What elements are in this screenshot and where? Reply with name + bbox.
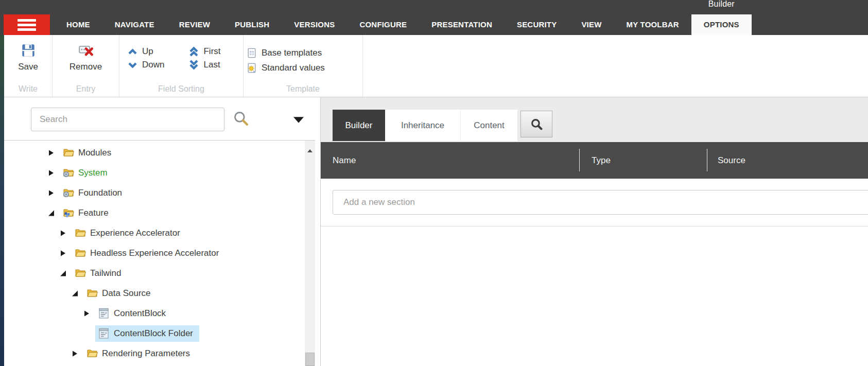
feature-folder-icon bbox=[62, 207, 75, 219]
system-folder-icon bbox=[62, 187, 75, 199]
context-title: Builder bbox=[686, 0, 757, 14]
move-down-button[interactable]: Down bbox=[128, 60, 164, 70]
chevron-up-icon bbox=[128, 48, 137, 56]
scrollbar-thumb[interactable] bbox=[305, 353, 315, 366]
search-input[interactable] bbox=[31, 108, 224, 131]
expand-arrow-icon[interactable] bbox=[60, 230, 72, 236]
double-chevron-down-icon bbox=[189, 60, 199, 70]
tab-view[interactable]: VIEW bbox=[569, 14, 614, 35]
template-icon bbox=[98, 327, 110, 340]
chevron-down-icon bbox=[128, 61, 137, 69]
scroll-up-icon[interactable] bbox=[307, 145, 313, 154]
double-chevron-up-icon bbox=[189, 46, 199, 57]
panel-splitter[interactable] bbox=[315, 97, 320, 366]
content-tree-panel: Modules System Foundation Feature Experi bbox=[4, 97, 315, 366]
builder-search-button[interactable] bbox=[520, 111, 552, 137]
tree-item-foundation[interactable]: Foundation bbox=[4, 183, 315, 203]
folder-icon bbox=[86, 287, 98, 300]
tree-item-headless-experience-accelerator[interactable]: Headless Experience Accelerator bbox=[4, 243, 315, 263]
add-section-input[interactable] bbox=[333, 190, 868, 215]
content-tree: Modules System Foundation Feature Experi bbox=[4, 141, 315, 363]
base-templates-icon bbox=[247, 47, 257, 59]
standard-values-button[interactable]: Standard values bbox=[247, 60, 325, 75]
tree-item-feature[interactable]: Feature bbox=[4, 203, 315, 223]
tab-content[interactable]: Content bbox=[460, 110, 517, 141]
main-menu-button[interactable] bbox=[4, 14, 50, 35]
top-ribbon-bar: HOME NAVIGATE REVIEW PUBLISH VERSIONS CO… bbox=[0, 0, 868, 35]
expand-arrow-icon[interactable] bbox=[84, 310, 95, 317]
expand-arrow-icon[interactable] bbox=[48, 190, 60, 196]
tab-inheritance[interactable]: Inheritance bbox=[385, 110, 460, 141]
folder-icon bbox=[74, 247, 86, 259]
tree-item-modules[interactable]: Modules bbox=[4, 143, 315, 163]
collapse-arrow-icon[interactable] bbox=[60, 270, 72, 276]
tree-item-contentblock[interactable]: ContentBlock bbox=[4, 303, 315, 323]
add-section-row bbox=[321, 179, 868, 226]
tree-scrollbar[interactable] bbox=[305, 141, 315, 366]
folder-icon bbox=[62, 147, 75, 159]
move-first-button[interactable]: First bbox=[189, 46, 220, 57]
tree-item-experience-accelerator[interactable]: Experience Accelerator bbox=[4, 223, 315, 243]
tree-item-data-source[interactable]: Data Source bbox=[4, 283, 315, 303]
remove-button[interactable]: Remove bbox=[53, 43, 119, 72]
search-icon[interactable] bbox=[233, 110, 250, 128]
tree-item-tailwind[interactable]: Tailwind bbox=[4, 263, 315, 283]
tab-home[interactable]: HOME bbox=[54, 14, 102, 35]
group-label-template: Template bbox=[244, 84, 362, 94]
tree-item-contentblock-folder[interactable]: ContentBlock Folder bbox=[4, 323, 315, 343]
expand-arrow-icon[interactable] bbox=[60, 250, 72, 256]
search-icon bbox=[530, 118, 543, 130]
tree-item-system[interactable]: System bbox=[4, 163, 315, 183]
folder-icon bbox=[74, 267, 86, 280]
expand-arrow-icon[interactable] bbox=[72, 351, 83, 357]
folder-icon bbox=[86, 347, 98, 360]
desktop-edge bbox=[0, 35, 4, 366]
expand-arrow-icon[interactable] bbox=[48, 150, 60, 156]
move-up-button[interactable]: Up bbox=[128, 46, 164, 57]
column-divider bbox=[579, 149, 580, 171]
collapse-arrow-icon[interactable] bbox=[48, 210, 60, 216]
tab-versions[interactable]: VERSIONS bbox=[282, 14, 347, 35]
hamburger-icon bbox=[18, 24, 36, 26]
column-header-name: Name bbox=[333, 142, 356, 179]
sitecore-content-editor-window: HOME NAVIGATE REVIEW PUBLISH VERSIONS CO… bbox=[0, 0, 868, 366]
fields-table-header: Name Type Source bbox=[321, 142, 868, 179]
hamburger-icon bbox=[18, 28, 36, 31]
tab-review[interactable]: REVIEW bbox=[167, 14, 222, 35]
group-label-field-sorting: Field Sorting bbox=[119, 84, 243, 94]
folder-icon bbox=[74, 227, 86, 239]
tab-publish[interactable]: PUBLISH bbox=[222, 14, 282, 35]
tree-item-rendering-parameters[interactable]: Rendering Parameters bbox=[4, 343, 315, 363]
tab-my-toolbar[interactable]: MY TOOLBAR bbox=[614, 14, 691, 35]
ribbon-toolbar: Save Write Remove Entry Up bbox=[4, 35, 868, 97]
ribbon-tab-strip: HOME NAVIGATE REVIEW PUBLISH VERSIONS CO… bbox=[54, 14, 752, 35]
tab-builder[interactable]: Builder bbox=[333, 110, 385, 141]
search-dropdown-icon[interactable] bbox=[293, 116, 304, 122]
tab-security[interactable]: SECURITY bbox=[505, 14, 569, 35]
move-last-button[interactable]: Last bbox=[189, 60, 220, 70]
column-header-source: Source bbox=[718, 142, 745, 179]
group-label-write: Write bbox=[4, 84, 52, 94]
template-builder-panel: Builder Inheritance Content Name Type So… bbox=[320, 97, 868, 366]
standard-values-icon bbox=[247, 62, 257, 74]
base-templates-button[interactable]: Base templates bbox=[247, 45, 325, 60]
tab-presentation[interactable]: PRESENTATION bbox=[419, 14, 505, 35]
ribbon-group-field-sorting: Up First Down Last bbox=[119, 35, 244, 97]
tab-options[interactable]: Builder OPTIONS bbox=[691, 14, 752, 35]
column-divider bbox=[707, 149, 707, 171]
column-header-type: Type bbox=[592, 142, 611, 179]
template-icon bbox=[98, 307, 110, 320]
save-button[interactable]: Save bbox=[4, 43, 52, 72]
tree-search-bar bbox=[4, 97, 315, 141]
expand-arrow-icon[interactable] bbox=[48, 170, 60, 176]
system-folder-icon bbox=[62, 167, 75, 179]
group-label-entry: Entry bbox=[53, 84, 119, 94]
save-icon bbox=[21, 43, 36, 59]
tab-configure[interactable]: CONFIGURE bbox=[347, 14, 419, 35]
builder-tabs-bar: Builder Inheritance Content bbox=[321, 97, 868, 142]
ribbon-group-template: Base templates Standard values Template bbox=[244, 35, 363, 97]
ribbon-group-entry: Remove Entry bbox=[53, 35, 119, 97]
tab-navigate[interactable]: NAVIGATE bbox=[102, 14, 167, 35]
collapse-arrow-icon[interactable] bbox=[72, 290, 83, 297]
ribbon-group-write: Save Write bbox=[4, 35, 53, 97]
